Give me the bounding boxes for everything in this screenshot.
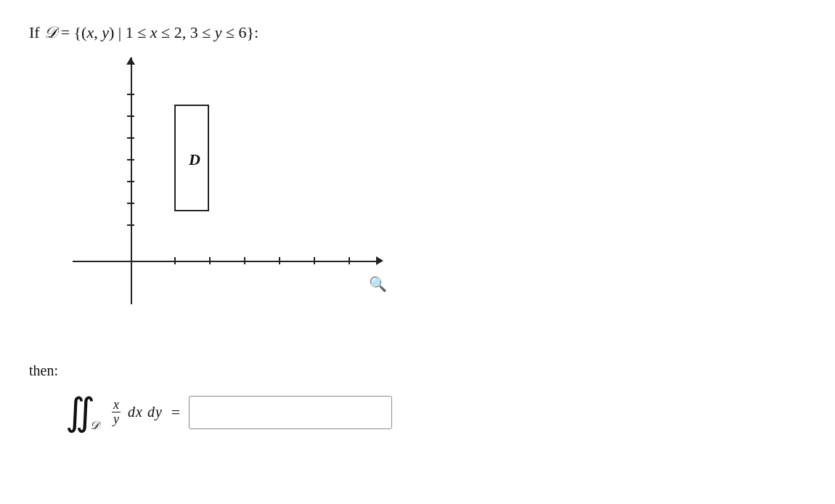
integral-expression: ∬𝒟 x y dx dy = [65, 394, 806, 431]
tick-y-1 [127, 224, 134, 226]
tick-y-2 [127, 203, 134, 204]
page: If 𝒟 = {(x, y) | 1 ≤ x ≤ 2, 3 ≤ y ≤ 6}: … [0, 0, 835, 504]
fraction-x-over-y: x y [112, 398, 121, 428]
search-icon[interactable]: 🔍 [369, 275, 387, 293]
y-axis-arrow [126, 57, 135, 65]
fraction-denominator: y [112, 412, 121, 427]
tick-x-4 [279, 257, 280, 264]
tick-x-3 [244, 257, 245, 264]
tick-y-4 [127, 159, 134, 160]
x-axis [73, 261, 378, 262]
then-label: then: [29, 362, 806, 379]
tick-y-7 [127, 94, 134, 95]
equals-sign: = [171, 403, 180, 422]
tick-x-1 [174, 257, 176, 264]
x-axis-arrow [376, 256, 383, 265]
tick-y-5 [127, 137, 134, 139]
tick-x-2 [209, 257, 211, 264]
title-text: If 𝒟 = {(x, y) | 1 ≤ x ≤ 2, 3 ≤ y ≤ 6}: [29, 22, 806, 44]
tick-y-3 [127, 181, 134, 182]
answer-input-box[interactable] [189, 396, 392, 429]
dx-dy-text: dx dy [128, 404, 163, 420]
tick-x-5 [314, 257, 315, 264]
fraction-numerator: x [112, 398, 121, 413]
graph-area: D 🔍 [73, 57, 421, 341]
tick-y-6 [127, 115, 134, 117]
region-label: D [189, 150, 200, 169]
tick-x-6 [349, 257, 350, 264]
double-integral-symbol: ∬𝒟 [65, 394, 105, 431]
integral-subscript: 𝒟 [89, 420, 99, 431]
